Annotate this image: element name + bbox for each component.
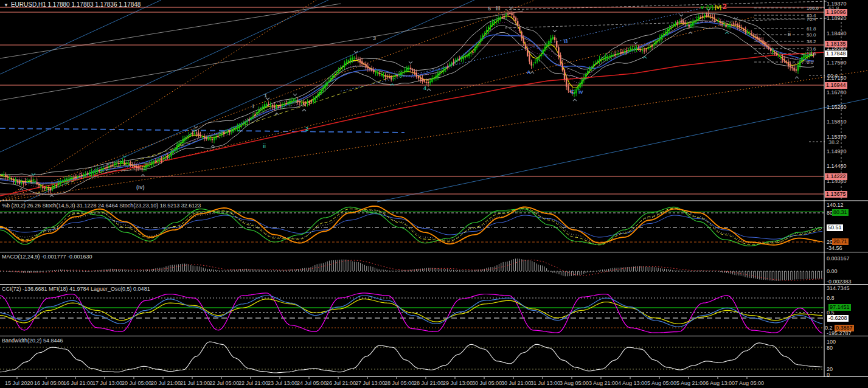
chart-title: ▼EURUSD,H1 1.17880 1.17883 1.17836 1.178… [4, 1, 141, 8]
fib-level-label: 38.2 [807, 39, 816, 44]
wave-annotation: C [571, 89, 575, 95]
wave-annotation: (iv) [136, 184, 145, 190]
bandwidth-panel-label: Bandwidth(20,2) 54.8446 [2, 338, 63, 344]
wave-annotation: 3 [373, 35, 376, 41]
mt4-chart-window: ▼EURUSD,H1 1.17880 1.17883 1.17836 1.178… [0, 0, 868, 388]
fib-level-label: 50.0 [807, 32, 816, 38]
wave-annotation: B [564, 38, 568, 44]
time-axis[interactable] [0, 377, 868, 388]
wave-annotation: ii [263, 143, 266, 149]
fib-level-label: 0.0 [807, 60, 813, 65]
price-axis[interactable] [824, 0, 868, 377]
wave-annotation: 4 [423, 85, 426, 91]
wave-annotation: v [701, 4, 704, 10]
fib-level-label: 100.0 [807, 5, 819, 11]
cci-panel-label: CCI(72) -136.6681 MFI(18) 41.9784 Laguer… [2, 286, 150, 292]
wave-annotation: 5 [488, 5, 491, 12]
fib-level-label: 76.4 [807, 16, 816, 22]
wave-annotation: A [527, 69, 531, 75]
wave-annotation: |V| [715, 4, 721, 10]
macd-panel-label: MACD(12,24,9) -0.001777 -0.001630 [2, 254, 92, 260]
wave-annotation: iv [578, 89, 583, 95]
symbol-dropdown-icon[interactable]: ▼ [4, 2, 9, 8]
wave-annotation: 1 [264, 92, 267, 99]
stoch-panel-label: %b (20,2) 26.26 Stoch(14,5,3) 31.1228 24… [2, 203, 201, 209]
wave-annotation: 2 [723, 2, 727, 11]
wave-annotation: i [252, 103, 254, 109]
wave-annotation: 2 [305, 126, 308, 132]
fib-level-label: 61.8 [807, 26, 816, 32]
chart-canvas[interactable] [0, 0, 868, 388]
wave-annotation: (V) [706, 4, 713, 10]
wave-annotation: ii [788, 31, 791, 37]
fib-level-label: 14.6 [807, 51, 816, 57]
symbol-ohlc-text: EURUSD,H1 1.17880 1.17883 1.17836 1.1784… [11, 1, 141, 8]
wave-annotation: iii [496, 5, 501, 12]
